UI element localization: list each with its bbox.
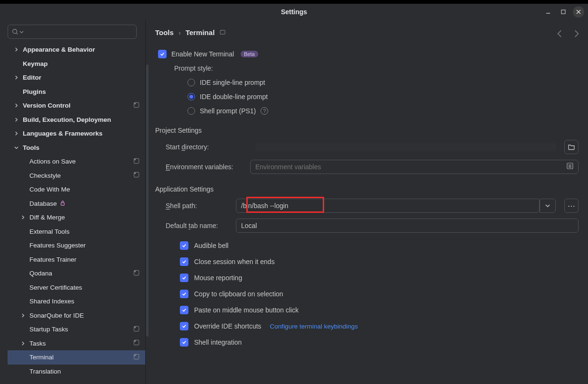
help-icon[interactable]: ?	[261, 107, 268, 115]
chevron-down-icon	[19, 27, 24, 36]
app-settings-title: Application Settings	[155, 185, 579, 193]
svg-rect-20	[134, 354, 136, 356]
sidebar-item-version-control[interactable]: Version Control	[8, 99, 145, 113]
breadcrumb-section: Tools	[155, 28, 174, 37]
scope-icon	[133, 354, 140, 361]
sidebar-item-sonarqube-for-ide[interactable]: SonarQube for IDE	[8, 309, 145, 323]
scope-icon	[133, 158, 140, 165]
sidebar-item-features-trainer[interactable]: Features Trainer	[8, 253, 145, 267]
svg-rect-1	[561, 10, 565, 14]
default-tab-input[interactable]	[236, 219, 579, 233]
env-vars-input[interactable]	[250, 160, 579, 174]
svg-rect-7	[134, 102, 136, 104]
minimize-button[interactable]	[542, 6, 554, 18]
sidebar-item-code-with-me[interactable]: Code With Me	[8, 183, 145, 197]
scope-icon	[133, 339, 140, 347]
checkbox-copy-to-clipboard-on-selection[interactable]	[180, 290, 188, 298]
settings-tree[interactable]: Appearance & BehaviorKeymapEditorPlugins…	[8, 43, 145, 378]
default-tab-label: Default tab name:	[166, 222, 227, 229]
sidebar-item-languages-frameworks[interactable]: Languages & Frameworks	[8, 127, 145, 141]
chevron-right-icon: ›	[178, 28, 181, 37]
sidebar-item-checkstyle[interactable]: Checkstyle	[8, 169, 145, 183]
sidebar-item-database[interactable]: Database	[8, 197, 145, 211]
enable-new-terminal-label: Enable New Terminal	[171, 50, 234, 58]
scope-icon	[133, 326, 140, 333]
sidebar-item-diff-merge[interactable]: Diff & Merge	[8, 210, 145, 225]
sidebar-item-editor[interactable]: Editor	[8, 71, 145, 85]
checkbox-override-ide-shortcuts[interactable]	[180, 322, 188, 330]
settings-content: Tools › Terminal Enable New Terminal Bet…	[146, 20, 588, 384]
configure-keybindings-link[interactable]: Configure terminal keybindings	[270, 323, 358, 330]
maximize-button[interactable]	[558, 6, 569, 18]
sidebar-item-shared-indexes[interactable]: Shared Indexes	[8, 294, 145, 309]
svg-rect-16	[134, 326, 136, 328]
sidebar-item-keymap[interactable]: Keymap	[8, 57, 145, 71]
sidebar-item-startup-tasks[interactable]: Startup Tasks	[8, 322, 145, 337]
scope-icon	[133, 102, 140, 110]
sidebar-item-server-certificates[interactable]: Server Certificates	[8, 281, 145, 295]
search-icon	[12, 28, 19, 35]
sidebar-item-tools[interactable]: Tools	[8, 141, 145, 155]
checkbox-paste-on-middle-mouse-button-click[interactable]	[180, 306, 188, 314]
sidebar-item-external-tools[interactable]: External Tools	[8, 225, 145, 239]
svg-rect-21	[220, 30, 225, 34]
sidebar-item-appearance-behavior[interactable]: Appearance & Behavior	[8, 43, 145, 57]
env-vars-label: Environment variables:	[166, 163, 242, 171]
radio-ide-single-line-prompt[interactable]	[187, 79, 195, 86]
start-directory-input[interactable]	[250, 140, 561, 154]
more-button[interactable]: ⋯	[564, 199, 579, 213]
list-icon[interactable]	[566, 162, 574, 172]
shell-path-input[interactable]	[236, 199, 540, 213]
window-title: Settings	[281, 8, 307, 16]
ide-menubar	[0, 0, 588, 4]
sidebar-item-qodana[interactable]: Qodana	[8, 266, 145, 281]
reset-icon[interactable]	[219, 29, 227, 37]
sidebar-item-actions-on-save[interactable]: Actions on Save	[8, 155, 145, 169]
svg-rect-11	[134, 173, 136, 174]
sidebar-item-terminal[interactable]: Terminal	[8, 350, 145, 365]
breadcrumb: Tools › Terminal	[155, 28, 579, 37]
svg-rect-12	[61, 202, 64, 205]
sidebar-item-tasks[interactable]: Tasks	[8, 337, 145, 351]
svg-rect-9	[134, 158, 136, 160]
start-directory-label: Start directory:	[166, 143, 242, 151]
scope-icon	[133, 270, 140, 277]
prompt-style-label: Prompt style:	[174, 64, 213, 72]
lock-icon	[60, 200, 65, 207]
radio-shell-prompt-ps-[interactable]	[187, 107, 195, 115]
folder-icon	[568, 143, 575, 151]
checkbox-audible-bell[interactable]	[180, 241, 188, 250]
sidebar-item-features-suggester[interactable]: Features Suggester	[8, 238, 145, 253]
sidebar-item-build-execution-deploymen[interactable]: Build, Execution, Deploymen	[8, 113, 145, 127]
checkbox-close-session-when-it-ends[interactable]	[180, 257, 188, 266]
scope-icon	[133, 172, 140, 179]
project-settings-title: Project Settings	[155, 127, 579, 134]
browse-folder-button[interactable]	[564, 140, 579, 154]
shell-path-label: Shell path:	[166, 202, 227, 210]
nav-forward-icon[interactable]	[572, 29, 580, 38]
beta-badge: Beta	[241, 51, 258, 57]
titlebar: Settings	[0, 4, 588, 20]
sidebar-item-plugins[interactable]: Plugins	[8, 85, 145, 99]
breadcrumb-page: Terminal	[186, 28, 215, 37]
enable-new-terminal-checkbox[interactable]	[158, 50, 167, 58]
chevron-down-icon	[545, 203, 550, 208]
checkbox-shell-integration[interactable]	[180, 338, 188, 347]
shell-path-dropdown[interactable]	[540, 199, 556, 213]
close-button[interactable]	[573, 6, 584, 18]
svg-line-5	[17, 33, 18, 35]
nav-back-icon[interactable]	[556, 29, 564, 38]
sidebar-item-translation[interactable]: Translation	[8, 365, 145, 379]
svg-rect-14	[134, 270, 136, 272]
checkbox-mouse-reporting[interactable]	[180, 274, 188, 282]
svg-rect-18	[134, 340, 136, 342]
radio-ide-double-line-prompt[interactable]	[187, 93, 195, 101]
search-input[interactable]	[8, 25, 137, 39]
settings-sidebar: Appearance & BehaviorKeymapEditorPlugins…	[0, 20, 146, 384]
svg-point-4	[13, 29, 17, 34]
